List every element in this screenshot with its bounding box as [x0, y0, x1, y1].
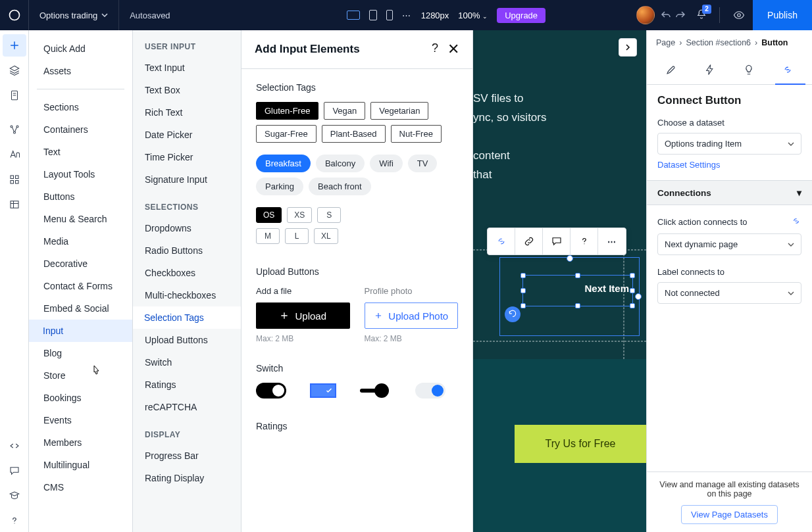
tag[interactable]: Gluten-Free	[256, 102, 318, 120]
rail-apps[interactable]	[3, 168, 26, 191]
subcat-rich-text[interactable]: Rich Text	[133, 101, 241, 124]
rail-typography[interactable]	[3, 143, 26, 166]
rail-cms[interactable]	[3, 193, 26, 216]
help-icon[interactable]: ?	[432, 42, 438, 57]
tag[interactable]: Vegan	[324, 102, 365, 120]
canvas-zoom[interactable]: 100% ⌄	[458, 11, 488, 20]
tags-size-preset2[interactable]: MLXL	[256, 228, 458, 244]
tab-interactions[interactable]	[691, 55, 730, 84]
tag-pill[interactable]: TV	[408, 155, 438, 172]
rail-comments[interactable]	[3, 460, 26, 482]
device-desktop-icon[interactable]	[347, 11, 360, 20]
subcat-rating-display[interactable]: Rating Display	[133, 467, 241, 489]
cat-events[interactable]: Events	[29, 409, 132, 431]
upload-file-button[interactable]: Upload	[256, 302, 350, 329]
reset-rotation-icon[interactable]	[505, 306, 520, 322]
subcat-signature-input[interactable]: Signature Input	[133, 168, 241, 191]
tag-pill[interactable]: Balcony	[316, 155, 365, 172]
cat-store[interactable]: Store	[29, 364, 132, 387]
cat-sections[interactable]: Sections	[29, 96, 132, 118]
tag-pill[interactable]: Breakfast	[256, 155, 311, 172]
cat-bookings[interactable]: Bookings	[29, 387, 132, 409]
tag-pill[interactable]: Parking	[256, 178, 303, 195]
tab-design[interactable]	[652, 55, 691, 84]
click-action-select[interactable]: Next dynamic page	[657, 233, 801, 255]
cat-assets[interactable]: Assets	[29, 60, 132, 82]
subcat-switch[interactable]: Switch	[133, 351, 241, 374]
toolbar-help-icon[interactable]	[571, 228, 598, 254]
undo-icon[interactable]	[660, 9, 672, 21]
subcat-dropdowns[interactable]: Dropdowns	[133, 217, 241, 239]
cta-button[interactable]: Try Us for Free	[515, 425, 646, 463]
cat-buttons[interactable]: Buttons	[29, 185, 132, 208]
tab-effects[interactable]	[730, 55, 769, 84]
tags-square-preset[interactable]: Gluten-FreeVeganVegetarianSugar-FreePlan…	[256, 102, 458, 143]
cat-layout-tools[interactable]: Layout Tools	[29, 163, 132, 185]
tab-data[interactable]	[768, 55, 807, 84]
dataset-select[interactable]: Options trading Item	[657, 133, 801, 155]
cat-blog[interactable]: Blog	[29, 342, 132, 364]
tag[interactable]: Nut-Free	[391, 125, 442, 143]
rail-add[interactable]	[3, 34, 26, 57]
cat-menu-search[interactable]: Menu & Search	[29, 208, 132, 230]
dataset-settings-link[interactable]: Dataset Settings	[657, 160, 720, 170]
redo-icon[interactable]	[674, 9, 686, 21]
project-selector[interactable]: Options trading	[29, 0, 119, 30]
size-tag[interactable]: XS	[287, 207, 312, 223]
rail-code[interactable]	[3, 435, 26, 457]
tag[interactable]: Sugar-Free	[256, 125, 317, 143]
switch-preset-3[interactable]	[415, 383, 445, 399]
close-icon[interactable]: ✕	[447, 42, 459, 57]
canvas-paragraph[interactable]: SV files to ync, so visitors content tha…	[473, 89, 633, 184]
subcat-checkboxes[interactable]: Checkboxes	[133, 262, 241, 284]
cat-cms[interactable]: CMS	[29, 476, 132, 498]
rail-site-structure[interactable]	[3, 118, 26, 141]
size-tag[interactable]: S	[317, 207, 341, 223]
publish-button[interactable]: Publish	[753, 0, 812, 30]
rail-learn[interactable]	[3, 485, 26, 507]
cat-media[interactable]: Media	[29, 230, 132, 253]
rail-help[interactable]	[3, 510, 26, 532]
toolbar-link-icon[interactable]	[515, 228, 543, 254]
subcat-ratings[interactable]: Ratings	[133, 374, 241, 396]
subcat-selection-tags[interactable]: Selection Tags	[133, 306, 241, 329]
cat-contact-forms[interactable]: Contact & Forms	[29, 275, 132, 297]
rail-pages[interactable]	[3, 84, 26, 107]
more-devices-icon[interactable]: ⋯	[402, 11, 412, 20]
device-tablet-icon[interactable]	[369, 10, 377, 20]
selected-button-label[interactable]: Next Item	[584, 283, 629, 294]
tag[interactable]: Plant-Based	[322, 125, 386, 143]
checkbox-preset[interactable]	[310, 383, 336, 398]
cat-multilingual[interactable]: Multilingual	[29, 454, 132, 476]
subcat-radio-buttons[interactable]: Radio Buttons	[133, 239, 241, 262]
size-tag[interactable]: L	[285, 228, 309, 244]
cat-text[interactable]: Text	[29, 141, 132, 163]
view-datasets-button[interactable]: View Page Datasets	[681, 505, 778, 524]
size-tag[interactable]: OS	[256, 207, 282, 223]
tag-pill[interactable]: Beach front	[309, 178, 371, 195]
upload-photo-button[interactable]: Upload Photo	[365, 302, 459, 329]
connections-accordion[interactable]: Connections ▾	[647, 180, 812, 205]
size-tag[interactable]: XL	[314, 228, 338, 244]
subcat-time-picker[interactable]: Time Picker	[133, 146, 241, 168]
toolbar-connect-icon[interactable]	[488, 228, 515, 254]
tags-pill-preset[interactable]: BreakfastBalconyWifiTVParkingBeach front	[256, 155, 458, 195]
tag[interactable]: Vegetarian	[370, 102, 428, 120]
notifications-button[interactable]: 2	[696, 9, 707, 22]
toolbar-more-icon[interactable]: ⋯	[598, 228, 626, 254]
cat-quick-add[interactable]: Quick Add	[29, 30, 132, 60]
toolbar-comment-icon[interactable]	[543, 228, 571, 254]
switch-preset-1[interactable]	[256, 383, 286, 399]
tags-size-preset[interactable]: OSXSS	[256, 207, 458, 223]
cat-decorative[interactable]: Decorative	[29, 253, 132, 275]
tag-pill[interactable]: Wifi	[370, 155, 403, 172]
crumb-page[interactable]: Page	[656, 38, 675, 47]
subcat-upload-buttons[interactable]: Upload Buttons	[133, 329, 241, 351]
crumb-section[interactable]: Section #section6	[686, 38, 751, 47]
avatar[interactable]	[636, 6, 655, 24]
label-connects-select[interactable]: Not connected	[657, 282, 801, 304]
cat-containers[interactable]: Containers	[29, 118, 132, 141]
canvas-area[interactable]: SV files to ync, so visitors content tha…	[473, 30, 646, 532]
cat-embed-social[interactable]: Embed & Social	[29, 297, 132, 320]
cat-input[interactable]: Input	[29, 320, 132, 342]
